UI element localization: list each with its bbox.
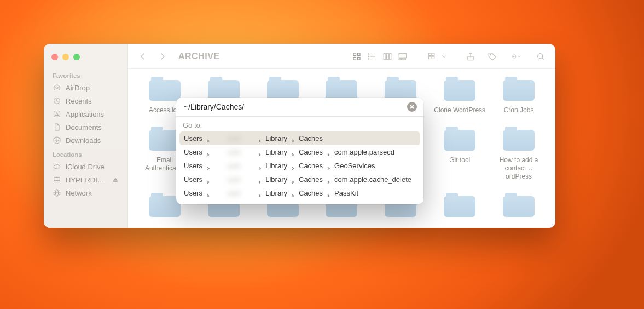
go-to-path-input[interactable] — [183, 102, 407, 112]
group-by-chevron[interactable] — [440, 50, 448, 63]
path-segment: Library — [265, 148, 287, 156]
forward-button[interactable] — [155, 50, 170, 63]
svg-rect-13 — [358, 57, 361, 60]
share-button[interactable] — [463, 50, 478, 63]
group-by-button[interactable] — [425, 50, 439, 63]
path-segment: Library — [265, 134, 287, 142]
svg-rect-23 — [399, 53, 407, 58]
sidebar-item-label: AirDrop — [66, 84, 90, 92]
sidebar-item-label: HYPERDIS… — [66, 176, 108, 184]
folder-label: Clone WordPress — [434, 106, 485, 115]
folder-item[interactable]: Cron Jobs — [492, 76, 546, 115]
path-segment: Users — [184, 134, 202, 142]
sidebar-item-icloud-drive[interactable]: iCloud Drive — [44, 160, 127, 173]
sidebar-item-label: iCloud Drive — [66, 163, 105, 171]
clear-input-button[interactable] — [407, 102, 417, 112]
search-button[interactable] — [533, 50, 548, 63]
folder-item[interactable]: Clone WordPress — [433, 76, 486, 115]
path-segment-redacted: user — [214, 189, 254, 197]
view-gallery-button[interactable] — [396, 50, 410, 63]
svg-rect-4 — [54, 177, 60, 182]
path-segment: Caches — [299, 175, 323, 184]
svg-rect-22 — [390, 53, 391, 59]
svg-rect-30 — [432, 56, 434, 59]
svg-point-32 — [490, 54, 491, 55]
go-to-suggestion[interactable]: UsersuserLibraryCachescom.apple.cache_de… — [179, 173, 420, 186]
svg-rect-12 — [353, 57, 356, 60]
path-segment: Library — [265, 175, 287, 184]
tags-button[interactable] — [485, 50, 500, 63]
sidebar-item-network[interactable]: Network — [44, 186, 127, 199]
path-segment-redacted: user — [214, 134, 254, 142]
svg-line-38 — [542, 58, 544, 59]
sidebar-item-label: Documents — [66, 123, 102, 131]
path-segment: Caches — [299, 189, 323, 197]
sidebar-item-label: Recents — [66, 97, 92, 105]
disk-icon — [53, 175, 61, 184]
path-segment-redacted: user — [214, 162, 254, 170]
path-segment-redacted: user — [214, 148, 254, 156]
eject-icon[interactable] — [112, 176, 119, 183]
folder-icon — [442, 125, 478, 153]
network-icon — [53, 188, 61, 197]
sidebar-item-airdrop[interactable]: AirDrop — [44, 81, 127, 94]
svg-rect-24 — [399, 58, 401, 59]
apps-icon — [53, 110, 61, 118]
path-segment: Library — [265, 189, 287, 197]
path-segment: com.apple.parsecd — [334, 148, 394, 156]
go-to-suggestion[interactable]: UsersuserLibraryCaches — [179, 131, 420, 145]
path-segment: GeoServices — [334, 162, 375, 170]
svg-point-34 — [513, 56, 514, 56]
download-icon — [53, 136, 61, 145]
sidebar-item-recents[interactable]: Recents — [44, 94, 127, 107]
path-segment: Caches — [299, 134, 323, 142]
back-button[interactable] — [136, 50, 150, 63]
folder-icon — [501, 192, 537, 219]
path-segment: Users — [184, 189, 202, 197]
svg-point-36 — [515, 56, 515, 56]
svg-rect-20 — [384, 53, 386, 59]
path-segment: Users — [184, 175, 202, 184]
view-columns-button[interactable] — [380, 50, 394, 63]
go-to-suggestion[interactable]: UsersuserLibraryCachescom.apple.parsecd — [179, 145, 420, 159]
svg-rect-10 — [353, 53, 356, 56]
path-segment: Caches — [299, 162, 323, 170]
close-window-button[interactable] — [51, 54, 58, 60]
svg-rect-21 — [387, 53, 389, 59]
sidebar-item-downloads[interactable]: Downloads — [44, 134, 127, 147]
sidebar-section-favorites: Favorites — [44, 68, 127, 81]
go-to-label: Go to: — [176, 117, 423, 131]
folder-icon — [501, 125, 537, 153]
minimize-window-button[interactable] — [62, 54, 69, 60]
cloud-icon — [53, 162, 61, 171]
folder-item[interactable]: Git tool — [433, 125, 486, 181]
folder-icon — [501, 76, 537, 103]
folder-item[interactable] — [492, 192, 546, 222]
svg-rect-11 — [358, 53, 361, 56]
svg-rect-6 — [114, 181, 118, 182]
svg-point-35 — [514, 56, 514, 56]
svg-point-0 — [56, 87, 58, 89]
svg-rect-26 — [404, 58, 405, 59]
svg-point-37 — [538, 53, 543, 58]
view-icons-button[interactable] — [350, 50, 364, 63]
view-mode-segment — [349, 49, 411, 64]
folder-item[interactable] — [433, 192, 486, 222]
view-list-button[interactable] — [365, 50, 379, 63]
folder-icon — [442, 192, 478, 219]
svg-point-17 — [368, 53, 369, 54]
go-to-suggestion[interactable]: UsersuserLibraryCachesPassKit — [179, 186, 420, 200]
sidebar-section-locations: Locations — [44, 147, 127, 160]
folder-item[interactable]: How to add a contact…ordPress — [492, 125, 546, 181]
action-menu-button[interactable] — [507, 50, 526, 63]
sidebar-item-documents[interactable]: Documents — [44, 121, 127, 134]
svg-point-19 — [368, 58, 369, 59]
sidebar-item-label: Applications — [66, 110, 104, 118]
sidebar-item-applications[interactable]: Applications — [44, 107, 127, 121]
sidebar-item-hyperdis-[interactable]: HYPERDIS… — [44, 173, 127, 186]
window-title: ARCHIVE — [178, 52, 220, 61]
fullscreen-window-button[interactable] — [73, 54, 80, 60]
window-controls — [44, 48, 127, 68]
path-segment: Library — [265, 162, 287, 170]
go-to-suggestion[interactable]: UsersuserLibraryCachesGeoServices — [179, 159, 420, 173]
